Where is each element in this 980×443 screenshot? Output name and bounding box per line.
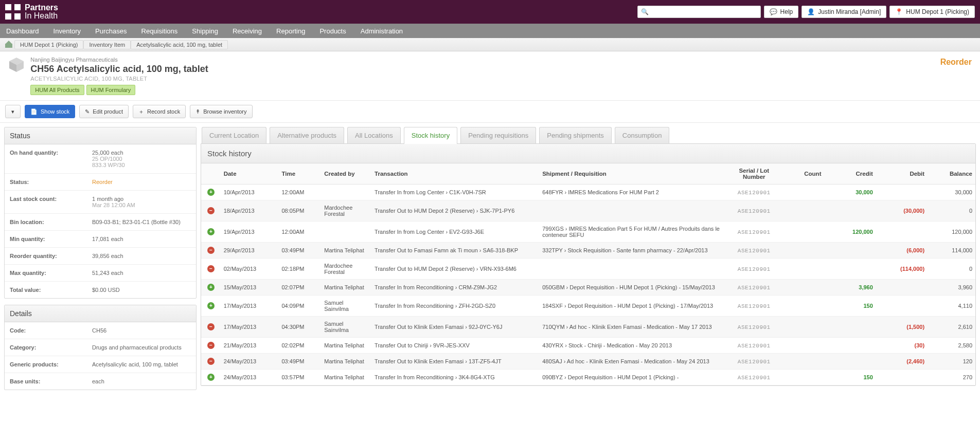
transfer-out-icon: − [207, 358, 215, 365]
user-icon: 👤 [807, 8, 815, 15]
transfer-in-icon: + [207, 228, 215, 235]
transfer-out-icon: − [207, 207, 215, 214]
edit-product-button[interactable]: ✎Edit product [79, 105, 129, 118]
transfer-in-icon: + [207, 284, 215, 291]
record-stock-button[interactable]: ＋Record stock [133, 105, 186, 118]
transfer-in-icon: + [207, 302, 215, 309]
nav-products[interactable]: Products [319, 27, 346, 35]
breadcrumb: HUM Depot 1 (Picking)Inventory ItemAcety… [0, 38, 980, 51]
stock-history-title: Stock history [201, 144, 975, 163]
chevron-down-icon: ▾ [11, 108, 14, 115]
nav-administration[interactable]: Administration [361, 27, 403, 35]
product-cube-icon [8, 57, 25, 73]
nav-shipping[interactable]: Shipping [192, 27, 218, 35]
logo-text-bottom: In Health [25, 11, 58, 20]
location-menu[interactable]: 📍 HUM Depot 1 (Picking) [889, 6, 975, 18]
transfer-out-icon: − [207, 342, 215, 349]
help-label: Help [780, 8, 793, 15]
table-row[interactable]: +10/Apr/201312:00AMTransfer In from Log … [201, 184, 975, 200]
product-tag[interactable]: HUM Formulary [86, 85, 136, 95]
nav-receiving[interactable]: Receiving [233, 27, 262, 35]
details-panel-title: Details [5, 305, 196, 322]
manufacturer: Nanjing Baijingyu Pharmaceuticals [30, 57, 208, 63]
top-controls: 🔍 💬 Help 👤 Justin Miranda [Admin] 📍 HUM … [637, 6, 975, 18]
stock-history-table: Date Time Created by Transaction Shipmen… [201, 163, 975, 385]
nav-purchases[interactable]: Purchases [95, 27, 127, 35]
main-nav: DashboardInventoryPurchasesRequisitionsS… [0, 24, 980, 38]
help-icon: 💬 [770, 8, 777, 15]
tab-consumption[interactable]: Consumption [615, 127, 670, 143]
home-icon[interactable] [5, 42, 12, 48]
action-bar: ▾ 📄Show stock ✎Edit product ＋Record stoc… [0, 101, 980, 123]
help-button[interactable]: 💬 Help [764, 6, 799, 18]
tab-bar: Current LocationAlternative productsAll … [201, 127, 976, 143]
arrow-up-icon: ↟ [195, 108, 200, 115]
browse-inventory-button[interactable]: ↟Browse inventory [190, 105, 252, 118]
tab-current-location[interactable]: Current Location [202, 127, 266, 143]
tab-pending-requisitions[interactable]: Pending requisitions [460, 127, 536, 143]
transfer-out-icon: − [207, 265, 215, 272]
pencil-icon: ✎ [85, 108, 90, 115]
reorder-status-corner: Reorder [940, 58, 972, 67]
table-row[interactable]: −02/May/201302:18PMMardochee ForestalTra… [201, 259, 975, 280]
product-title: CH56 Acetylsalicylic acid, 100 mg, table… [30, 64, 208, 75]
transfer-in-icon: + [207, 189, 215, 196]
tab-alternative-products[interactable]: Alternative products [270, 127, 344, 143]
table-row[interactable]: +24/May/201303:57PMMartina TeliphatTrans… [201, 370, 975, 385]
table-row[interactable]: +19/Apr/201312:00AMTransfer In from Log … [201, 222, 975, 243]
tab-pending-shipments[interactable]: Pending shipments [539, 127, 612, 143]
product-header: Nanjing Baijingyu Pharmaceuticals CH56 A… [0, 51, 980, 101]
tab-stock-history[interactable]: Stock history [404, 127, 457, 143]
transfer-out-icon: − [207, 323, 215, 330]
nav-inventory[interactable]: Inventory [54, 27, 81, 35]
details-panel: Details Code:CH56 Category:Drugs and pha… [4, 305, 197, 390]
product-tags: HUM All ProductsHUM Formulary [30, 85, 208, 95]
status-value: Reorder [92, 179, 113, 185]
product-tag[interactable]: HUM All Products [30, 85, 84, 95]
breadcrumb-item[interactable]: Acetylsalicylic acid, 100 mg, tablet [131, 40, 228, 49]
actions-dropdown[interactable]: ▾ [5, 105, 21, 118]
table-row[interactable]: −21/May/201302:02PMMartina TeliphatTrans… [201, 338, 975, 354]
global-search[interactable]: 🔍 [637, 6, 761, 18]
product-generic: ACETYLSALICYLIC ACID, 100 MG, TABLET [30, 76, 208, 82]
logo-text: Partners In Health [25, 4, 58, 20]
logo: Partners In Health [5, 4, 58, 20]
stock-history-panel: Stock history Date Time Created by Trans… [201, 143, 976, 386]
user-menu[interactable]: 👤 Justin Miranda [Admin] [801, 6, 886, 18]
table-row[interactable]: −24/May/201303:49PMMartina TeliphatTrans… [201, 354, 975, 370]
table-row[interactable]: −17/May/201304:30PMSamuel SainvilmaTrans… [201, 317, 975, 338]
plus-icon: ＋ [138, 108, 144, 116]
table-row[interactable]: +15/May/201302:07PMMartina TeliphatTrans… [201, 280, 975, 296]
show-stock-button[interactable]: 📄Show stock [25, 105, 75, 118]
transfer-in-icon: + [207, 374, 215, 381]
status-panel: Status On hand quantity: 25,000 each25 O… [4, 127, 197, 299]
table-row[interactable]: +17/May/201304:09PMSamuel SainvilmaTrans… [201, 296, 975, 317]
location-icon: 📍 [895, 8, 903, 15]
brand-bar: Partners In Health 🔍 💬 Help 👤 Justin Mir… [0, 0, 980, 24]
nav-reporting[interactable]: Reporting [276, 27, 305, 35]
logo-icon [5, 4, 21, 20]
search-input[interactable] [651, 8, 757, 15]
table-row[interactable]: −29/Apr/201303:49PMMartina TeliphatTrans… [201, 243, 975, 259]
search-icon: 🔍 [641, 8, 649, 15]
nav-dashboard[interactable]: Dashboard [6, 27, 39, 35]
breadcrumb-item[interactable]: HUM Depot 1 (Picking) [14, 40, 83, 49]
logo-text-top: Partners [25, 3, 58, 12]
user-label: Justin Miranda [Admin] [818, 8, 881, 15]
nav-requisitions[interactable]: Requisitions [141, 27, 178, 35]
status-panel-title: Status [5, 127, 196, 144]
tab-all-locations[interactable]: All Locations [347, 127, 401, 143]
location-label: HUM Depot 1 (Picking) [906, 8, 969, 15]
breadcrumb-item[interactable]: Inventory Item [83, 40, 131, 49]
transfer-out-icon: − [207, 247, 215, 254]
list-icon: 📄 [30, 108, 38, 115]
table-row[interactable]: −18/Apr/201308:05PMMardochee ForestalTra… [201, 200, 975, 222]
